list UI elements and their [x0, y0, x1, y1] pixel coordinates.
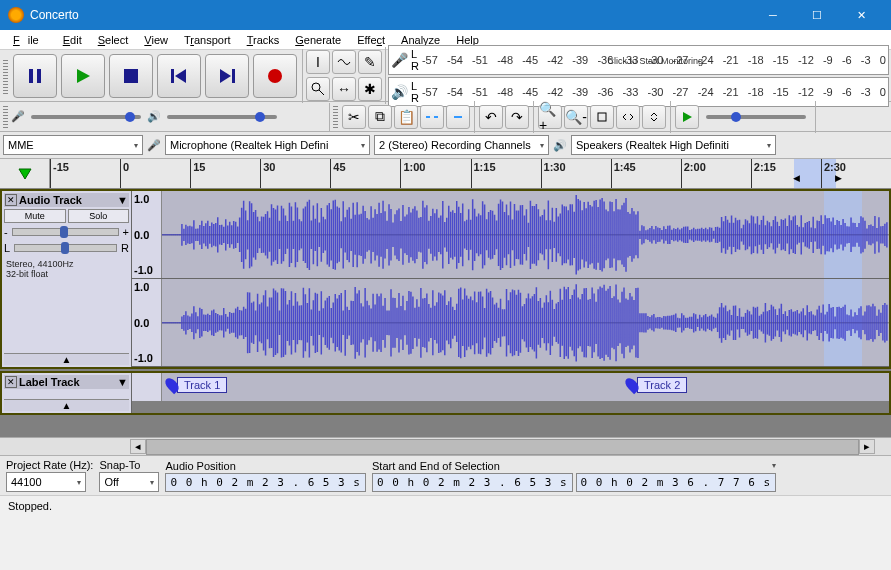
close-button[interactable]: ✕: [839, 0, 883, 30]
playback-speed-slider[interactable]: [706, 115, 806, 119]
silence-button[interactable]: [446, 105, 470, 129]
project-rate-select[interactable]: 44100▾: [6, 472, 86, 492]
svg-rect-4: [171, 69, 174, 83]
timeline[interactable]: ◀ ▶ -1501530451:001:151:301:452:002:152:…: [0, 159, 891, 189]
solo-button[interactable]: Solo: [68, 209, 130, 223]
svg-marker-5: [175, 69, 186, 83]
label-area[interactable]: Track 1 Track 2: [132, 373, 889, 401]
waveform-right[interactable]: 1.00.0-1.0: [132, 279, 889, 367]
track-collapse-button[interactable]: ▲: [4, 399, 129, 411]
envelope-tool[interactable]: [332, 50, 356, 74]
selection-mode-dropdown[interactable]: ▾: [772, 461, 776, 470]
window-title: Concerto: [30, 8, 751, 22]
zoom-toggle-button[interactable]: [642, 105, 666, 129]
svg-rect-1: [37, 69, 41, 83]
play-at-speed-button[interactable]: [675, 105, 699, 129]
gain-slider[interactable]: [12, 228, 119, 236]
selection-tool[interactable]: I: [306, 50, 330, 74]
selection-end-field[interactable]: 0 0 h 0 2 m 3 6 . 7 7 6 s: [576, 473, 777, 492]
pan-slider[interactable]: [14, 244, 117, 252]
svg-rect-14: [598, 113, 606, 121]
copy-button[interactable]: ⧉: [368, 105, 392, 129]
menu-edit[interactable]: Edit: [55, 32, 90, 48]
recording-meter[interactable]: 🎤 LR Click to Start Monitoring -57-54-51…: [388, 45, 889, 75]
menu-select[interactable]: Select: [90, 32, 137, 48]
stop-button[interactable]: [109, 54, 153, 98]
menu-view[interactable]: View: [136, 32, 176, 48]
track-control-panel: ✕ Audio Track ▼ Mute Solo -+ LR Stereo, …: [2, 191, 132, 367]
speaker-icon: 🔊: [147, 110, 161, 123]
zoom-out-button[interactable]: 🔍-: [564, 105, 588, 129]
menu-tracks[interactable]: Tracks: [239, 32, 288, 48]
horizontal-scrollbar[interactable]: ◂ ▸: [0, 437, 891, 455]
svg-marker-6: [220, 69, 231, 83]
recording-volume-slider[interactable]: [31, 115, 141, 119]
audio-host-select[interactable]: MME▾: [3, 135, 143, 155]
label-text[interactable]: Track 1: [177, 377, 227, 393]
maximize-button[interactable]: ☐: [795, 0, 839, 30]
statusbar: Stopped.: [0, 495, 891, 516]
fit-project-button[interactable]: [616, 105, 640, 129]
trim-button[interactable]: [420, 105, 444, 129]
audio-position-label: Audio Position: [165, 460, 366, 472]
minimize-button[interactable]: ─: [751, 0, 795, 30]
label-track-panel: ✕ Label Track ▼ ▲: [2, 373, 132, 413]
mixer-toolbar: 🎤 🔊: [0, 103, 330, 131]
zoom-tool[interactable]: [306, 77, 330, 101]
track-close-button[interactable]: ✕: [5, 376, 17, 388]
redo-button[interactable]: ↷: [505, 105, 529, 129]
track-menu-button[interactable]: ▼: [117, 376, 128, 388]
svg-point-8: [268, 69, 282, 83]
speaker-icon: 🔊: [553, 139, 567, 152]
skip-start-button[interactable]: [157, 54, 201, 98]
recording-channels-select[interactable]: 2 (Stereo) Recording Channels▾: [374, 135, 549, 155]
rec-meter-scale: Click to Start Monitoring -57-54-51-48-4…: [422, 54, 886, 66]
svg-marker-15: [683, 112, 692, 122]
menu-transport[interactable]: Transport: [176, 32, 239, 48]
multi-tool[interactable]: ✱: [358, 77, 382, 101]
track-menu-button[interactable]: ▼: [117, 194, 128, 206]
undo-button[interactable]: ↶: [479, 105, 503, 129]
tools-toolbar: I ✎ ↔ ✱: [303, 47, 386, 104]
timeline-pin[interactable]: [0, 159, 50, 188]
undo-toolbar: ↶ ↷: [475, 101, 534, 133]
menu-file[interactable]: File: [5, 32, 55, 48]
label-marker[interactable]: Track 1: [167, 377, 227, 393]
play-button[interactable]: [61, 54, 105, 98]
draw-tool[interactable]: ✎: [358, 50, 382, 74]
playback-volume-slider[interactable]: [167, 115, 277, 119]
speaker-icon: 🔊: [391, 84, 408, 100]
play-meter-scale: -57-54-51-48-45-42-39-36-33-30-27-24-21-…: [422, 86, 886, 98]
label-track-name[interactable]: Label Track: [19, 376, 115, 388]
pause-button[interactable]: [13, 54, 57, 98]
titlebar: Concerto ─ ☐ ✕: [0, 0, 891, 30]
label-text[interactable]: Track 2: [637, 377, 687, 393]
audio-position-field[interactable]: 0 0 h 0 2 m 2 3 . 6 5 3 s: [165, 473, 366, 492]
menu-generate[interactable]: Generate: [287, 32, 349, 48]
cut-button[interactable]: ✂: [342, 105, 366, 129]
recording-device-select[interactable]: Microphone (Realtek High Defini▾: [165, 135, 370, 155]
track-collapse-button[interactable]: ▲: [4, 353, 129, 365]
zoom-in-button[interactable]: 🔍+: [538, 105, 562, 129]
svg-rect-3: [124, 69, 138, 83]
selection-toolbar: Project Rate (Hz): 44100▾ Snap-To Off▾ A…: [0, 455, 891, 495]
track-close-button[interactable]: ✕: [5, 194, 17, 206]
skip-end-button[interactable]: [205, 54, 249, 98]
app-icon: [8, 7, 24, 23]
mute-button[interactable]: Mute: [4, 209, 66, 223]
fit-selection-button[interactable]: [590, 105, 614, 129]
waveform-left[interactable]: 1.00.0-1.0: [132, 191, 889, 279]
selection-start-field[interactable]: 0 0 h 0 2 m 2 3 . 6 5 3 s: [372, 473, 573, 492]
timeshift-tool[interactable]: ↔: [332, 77, 356, 101]
label-marker[interactable]: Track 2: [627, 377, 687, 393]
mic-icon: 🎤: [391, 52, 408, 68]
playback-device-select[interactable]: Speakers (Realtek High Definiti▾: [571, 135, 776, 155]
mic-icon: 🎤: [147, 139, 161, 152]
zoom-toolbar: 🔍+ 🔍-: [534, 101, 671, 133]
paste-button[interactable]: 📋: [394, 105, 418, 129]
track-name[interactable]: Audio Track: [19, 194, 115, 206]
snap-to-select[interactable]: Off▾: [99, 472, 159, 492]
svg-marker-16: [19, 169, 31, 179]
audio-track: ✕ Audio Track ▼ Mute Solo -+ LR Stereo, …: [0, 189, 891, 369]
record-button[interactable]: [253, 54, 297, 98]
